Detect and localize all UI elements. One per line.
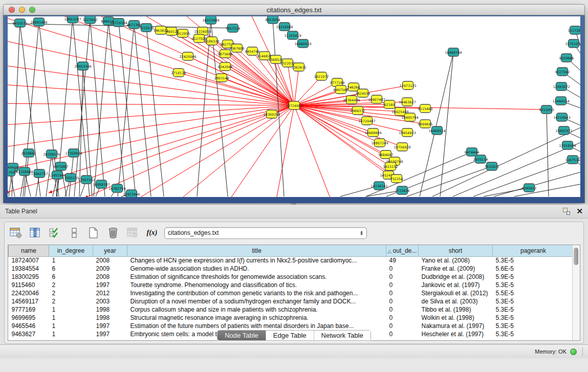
delete-column-icon[interactable] [106,226,120,239]
table-scrollbar[interactable] [572,245,580,340]
edge-selected[interactable] [8,83,294,105]
edge[interactable] [547,110,549,196]
graph-node-selected[interactable]: 62160 [384,100,395,108]
graph-node[interactable]: 8813054 [266,16,280,24]
graph-node[interactable]: 10653287 [64,16,81,23]
edge-selected[interactable] [8,105,294,149]
graph-node-selected[interactable]: 1362615 [292,63,307,71]
table-row[interactable]: 1938455462009Genome-wide association stu… [9,265,574,273]
edge[interactable] [74,19,90,196]
graph-node-selected[interactable]: 2718128 [171,69,186,77]
graph-node[interactable]: 16409514 [428,126,445,135]
window-titlebar[interactable]: citations_edges.txt [3,4,585,15]
graph-node-selected[interactable]: 8186328 [205,37,220,45]
table-row[interactable]: 1872400712008Changes of HCN gene express… [9,256,574,265]
graph-node-selected[interactable]: 10688609 [364,128,381,137]
graph-node[interactable]: 16958187 [93,180,110,188]
graph-node[interactable]: 7857224 [226,24,241,32]
graph-node-selected[interactable]: 10807487 [368,95,385,103]
graph-node-selected[interactable]: 9115460 [418,104,433,113]
graph-node[interactable]: 12444154 [552,97,569,105]
graph-node[interactable]: 16033809 [202,16,219,24]
edge[interactable] [119,23,136,196]
graph-node[interactable]: 12093872 [553,82,570,91]
edge[interactable] [94,21,108,196]
table-row[interactable]: 1456911722003Disruption of a novel membe… [9,297,574,305]
column-header-in-degree[interactable]: in_degree [49,245,93,256]
graph-node[interactable]: 7632621 [485,162,499,170]
edge-selected[interactable] [274,105,294,197]
edge-selected[interactable] [8,105,294,193]
function-builder-icon[interactable]: f(x) [145,226,159,239]
table-row[interactable]: 911546021997Tourette syndrome. Phenomeno… [9,281,574,289]
edge-selected[interactable] [130,105,294,197]
tab-network-table[interactable]: Network Table [314,331,371,340]
graph-node[interactable]: 1527602 [83,16,98,24]
graph-node-selected[interactable]: 9699695 [418,120,433,128]
graph-node[interactable]: 16648784 [445,48,462,56]
graph-node[interactable]: 12923446 [123,190,140,197]
graph-node[interactable]: 16640910 [294,39,311,48]
edge-selected[interactable] [179,73,294,105]
table-row[interactable]: 1830029562008Estimation of significance … [9,273,574,281]
graph-node[interactable]: 2935114 [473,155,488,163]
graph-node[interactable]: 20691406 [30,18,47,26]
graph-node[interactable]: 9975887 [54,162,69,170]
table-selector-dropdown[interactable]: citations_edges.txt ▲▼ [164,227,367,239]
graph-node[interactable]: 19218986 [276,23,293,31]
select-columns-icon[interactable] [28,226,42,239]
graph-node[interactable]: 1167534 [565,156,580,164]
graph-node[interactable]: 9227342 [555,68,570,76]
graph-node-selected[interactable]: 19756928 [394,143,410,151]
graph-node[interactable]: 9435572 [13,19,28,27]
column-header-year[interactable]: year [93,245,127,256]
graph-node-selected[interactable]: 7986372 [351,106,365,115]
edge[interactable] [440,52,453,196]
column-header-title[interactable]: title [127,245,386,256]
graph-node[interactable]: 1733426 [395,186,410,194]
network-canvas[interactable]: 1872400718300295891295515226058912750881… [8,16,580,197]
graph-node-selected[interactable]: 20364486 [343,96,360,104]
table-settings-icon[interactable] [9,226,23,239]
table-mode-icon[interactable] [67,226,81,239]
graph-node-selected[interactable]: 3824554 [356,89,371,97]
graph-node-selected[interactable]: 2803144 [214,74,229,82]
float-panel-icon[interactable] [563,208,570,215]
edge[interactable] [407,166,492,196]
table-row[interactable]: 2242004622012Investigating the contribut… [9,289,574,297]
select-rows-icon[interactable] [48,226,62,239]
edge[interactable] [90,19,105,196]
graph-node[interactable]: 16782759 [108,184,125,192]
edge[interactable] [61,166,67,196]
graph-node[interactable]: 7515520 [139,24,154,32]
edge[interactable] [432,124,580,196]
table-scrollbar-thumb[interactable] [574,248,578,265]
graph-node-selected[interactable]: 9875685 [218,50,233,58]
network-view[interactable]: 1872400718300295891295515226058912750881… [8,16,580,197]
graph-node[interactable]: 15751074 [565,39,580,48]
table-row[interactable]: 969969511998Structural magnetic resonanc… [9,314,574,322]
graph-node-selected[interactable]: 752254 [390,174,403,183]
graph-node-selected[interactable]: 1621072 [314,72,329,80]
column-header-pagerank[interactable]: pagerank [493,245,574,256]
graph-node-selected[interactable]: 19654923 [399,128,416,137]
column-header-name[interactable]: name [9,245,49,256]
close-panel-icon[interactable]: ✕ [576,208,583,215]
graph-node[interactable]: 1117304 [568,26,580,34]
graph-node-selected[interactable]: 2367608 [230,44,245,52]
edge-selected[interactable] [294,67,299,105]
graph-node[interactable]: 11325419 [284,31,301,39]
graph-node-selected[interactable]: 9242848 [218,62,233,71]
edge[interactable] [108,21,125,196]
graph-node-selected[interactable]: 6497568 [334,85,349,94]
graph-node[interactable]: 2630661 [21,149,36,157]
column-header-out-degree[interactable]: △out_de... [386,245,419,256]
node-table[interactable]: name in_degree year title △out_de... sho… [8,245,574,338]
memory-ok-indicator[interactable] [570,348,577,355]
graph-node[interactable]: 20206576 [43,150,60,158]
graph-node[interactable]: 9245022 [522,184,537,192]
graph-node[interactable]: 8215953 [539,105,554,114]
table-row[interactable]: 977716911998Corpus callosum shape and si… [9,305,574,314]
edge[interactable] [134,25,151,196]
graph-node-selected[interactable]: 1615152 [383,162,398,170]
